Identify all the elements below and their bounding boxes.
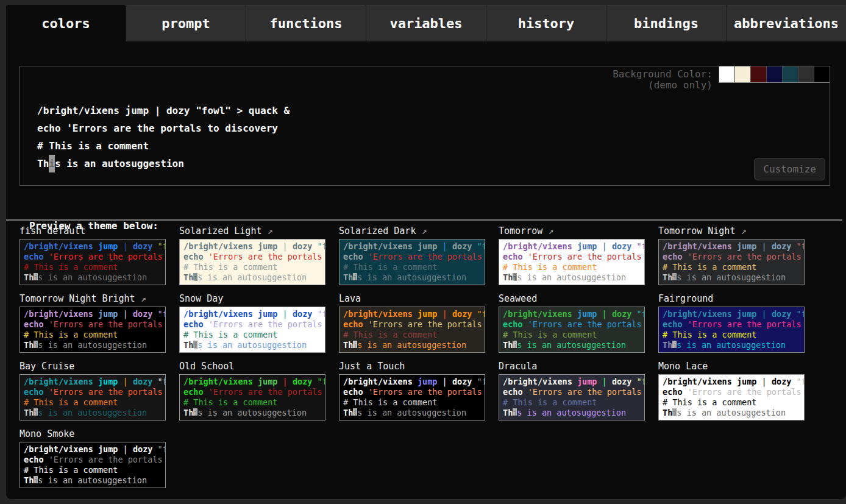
sample-line: # This is a comment	[37, 137, 290, 155]
theme-card-just-a-touch[interactable]: Just a Touch/bright/vixens jump | dozy "…	[339, 361, 485, 421]
sample-token	[363, 387, 368, 397]
token-comment: # This is a comment	[503, 262, 597, 272]
token-command: dozy	[133, 241, 153, 251]
token-command: dozy	[293, 377, 313, 386]
bg-swatch-3[interactable]	[750, 66, 766, 82]
theme-preview-box[interactable]: /bright/vixens jump | dozy "fowl" > quac…	[658, 307, 805, 353]
token-autosuggestion: s is an autosuggestion	[197, 340, 307, 350]
token-comment: # This is a comment	[503, 330, 597, 339]
token-echo: echo	[183, 319, 204, 329]
terminal-preview-panel: Background Color: (demo only) /bright/vi…	[20, 66, 830, 186]
theme-preview-box[interactable]: /bright/vixens jump | dozy "fowl" > quac…	[20, 442, 166, 488]
token-command: dozy	[452, 241, 472, 251]
token-text: Th	[663, 272, 672, 282]
theme-preview-box[interactable]: /bright/vixens jump | dozy "fowl" > quac…	[339, 374, 485, 421]
tab-functions[interactable]: functions	[246, 5, 366, 41]
token-param: jump	[577, 309, 597, 319]
external-link-icon: ↗	[416, 225, 427, 236]
theme-preview-box[interactable]: /bright/vixens jump | dozy "fowl" > quac…	[20, 307, 166, 353]
token-quote: "fowl"	[158, 377, 166, 386]
theme-card-fairground[interactable]: Fairground/bright/vixens jump | dozy "fo…	[658, 293, 805, 353]
token-pipe: |	[762, 241, 767, 251]
tab-variables[interactable]: variables	[366, 5, 486, 41]
token-echo: echo	[37, 122, 61, 134]
theme-preview-box[interactable]: /bright/vixens jump | dozy "fowl" > quac…	[499, 307, 645, 353]
theme-card-tomorrow-night-bright[interactable]: Tomorrow Night Bright ↗/bright/vixens ju…	[20, 293, 166, 353]
token-quote: "fowl"	[797, 377, 805, 386]
tab-prompt[interactable]: prompt	[126, 5, 246, 41]
theme-card-solarized-light[interactable]: Solarized Light ↗/bright/vixens jump | d…	[179, 225, 325, 285]
tab-history[interactable]: history	[486, 5, 606, 41]
theme-preview-box[interactable]: /bright/vixens jump | dozy "fowl" > quac…	[658, 239, 805, 285]
sample-token	[791, 241, 796, 251]
sample-line: # This is a comment	[183, 397, 325, 408]
token-pipe: |	[602, 377, 607, 386]
token-echo: echo	[503, 319, 523, 329]
theme-preview-box[interactable]: /bright/vixens jump | dozy "fowl" > quac…	[20, 374, 166, 421]
token-param: jump	[737, 241, 757, 251]
token-echo: echo	[183, 387, 204, 397]
theme-preview-box[interactable]: /bright/vixens jump | dozy "fowl" > quac…	[20, 239, 166, 285]
sample-line: /bright/vixens jump | dozy "fowl" > quac…	[183, 309, 325, 319]
sample-line: This is an autosuggestion	[663, 272, 804, 283]
theme-card-old-school[interactable]: Old School/bright/vixens jump | dozy "fo…	[179, 361, 325, 421]
theme-card-seaweed[interactable]: Seaweed/bright/vixens jump | dozy "fowl"…	[499, 293, 645, 353]
token-string: 'Errors are the portals to discovery	[688, 387, 805, 397]
theme-card-mono-smoke[interactable]: Mono Smoke/bright/vixens jump | dozy "fo…	[20, 428, 166, 488]
theme-preview-box[interactable]: /bright/vixens jump | dozy "fowl" > quac…	[179, 239, 325, 285]
theme-card-dracula[interactable]: Dracula/bright/vixens jump | dozy "fowl"…	[499, 361, 645, 421]
sample-line: /bright/vixens jump | dozy "fowl" > quac…	[663, 377, 804, 387]
bg-swatch-6[interactable]	[798, 66, 814, 82]
sample-line: # This is a comment	[663, 262, 804, 272]
theme-preview-box[interactable]: /bright/vixens jump | dozy "fowl" > quac…	[499, 239, 645, 285]
bg-swatch-5[interactable]	[782, 66, 798, 82]
sample-token	[44, 319, 49, 329]
theme-card-bay-cruise[interactable]: Bay Cruise/bright/vixens jump | dozy "fo…	[20, 361, 166, 421]
sample-token	[44, 252, 49, 261]
theme-preview-box[interactable]: /bright/vixens jump | dozy "fowl" > quac…	[179, 307, 325, 353]
token-path: /bright/vixens	[24, 377, 93, 386]
token-command: dozy	[133, 444, 153, 454]
tab-abbreviations[interactable]: abbreviations	[726, 5, 846, 41]
token-quote: "fowl"	[318, 309, 325, 319]
token-command: dozy	[452, 309, 472, 319]
token-pipe: |	[283, 309, 288, 319]
sample-line: /bright/vixens jump | dozy "fowl" > quac…	[37, 102, 290, 119]
sample-line: echo 'Errors are the portals to discover…	[183, 319, 325, 330]
theme-preview-box[interactable]: /bright/vixens jump | dozy "fowl" > quac…	[339, 307, 485, 353]
theme-card-snow-day[interactable]: Snow Day/bright/vixens jump | dozy "fowl…	[179, 293, 325, 353]
theme-title: fish default	[20, 225, 166, 236]
token-comment: # This is a comment	[663, 262, 756, 272]
theme-card-mono-lace[interactable]: Mono Lace/bright/vixens jump | dozy "fow…	[658, 361, 805, 421]
sample-token	[152, 309, 157, 319]
bg-swatch-4[interactable]	[766, 66, 782, 82]
token-string: 'Errors are the portals to discovery	[688, 319, 805, 329]
sample-token	[204, 319, 208, 329]
tab-colors[interactable]: colors	[6, 5, 126, 41]
bg-swatch-7[interactable]	[814, 66, 830, 82]
token-param: jump	[737, 309, 757, 319]
theme-preview-box[interactable]: /bright/vixens jump | dozy "fowl" > quac…	[499, 374, 645, 421]
theme-preview-box[interactable]: /bright/vixens jump | dozy "fowl" > quac…	[658, 374, 805, 421]
token-command: dozy	[133, 309, 153, 319]
sample-token	[756, 241, 761, 251]
token-quote: "fowl"	[637, 377, 645, 386]
theme-card-solarized-dark[interactable]: Solarized Dark ↗/bright/vixens jump | do…	[339, 225, 485, 285]
theme-title: Mono Smoke	[20, 428, 166, 439]
sample-line: echo 'Errors are the portals to discover…	[183, 387, 325, 397]
theme-preview-box[interactable]: /bright/vixens jump | dozy "fowl" > quac…	[179, 374, 325, 421]
token-command: dozy	[166, 105, 190, 116]
customize-button[interactable]: Customize	[754, 158, 825, 180]
bg-swatch-2[interactable]	[734, 66, 750, 82]
theme-preview-box[interactable]: /bright/vixens jump | dozy "fowl" > quac…	[339, 239, 485, 285]
theme-title: Fairground	[658, 293, 805, 304]
token-command: dozy	[612, 309, 632, 319]
theme-card-tomorrow-night[interactable]: Tomorrow Night ↗/bright/vixens jump | do…	[658, 225, 805, 285]
theme-card-tomorrow[interactable]: Tomorrow ↗/bright/vixens jump | dozy "fo…	[499, 225, 645, 285]
theme-card-lava[interactable]: Lava/bright/vixens jump | dozy "fowl" > …	[339, 293, 485, 353]
tab-bindings[interactable]: bindings	[606, 5, 726, 41]
theme-title: Lava	[339, 293, 485, 304]
bg-swatch-1[interactable]	[719, 66, 734, 82]
theme-card-fish-default[interactable]: fish default/bright/vixens jump | dozy "…	[20, 225, 166, 285]
token-path: /bright/vixens	[24, 241, 93, 251]
